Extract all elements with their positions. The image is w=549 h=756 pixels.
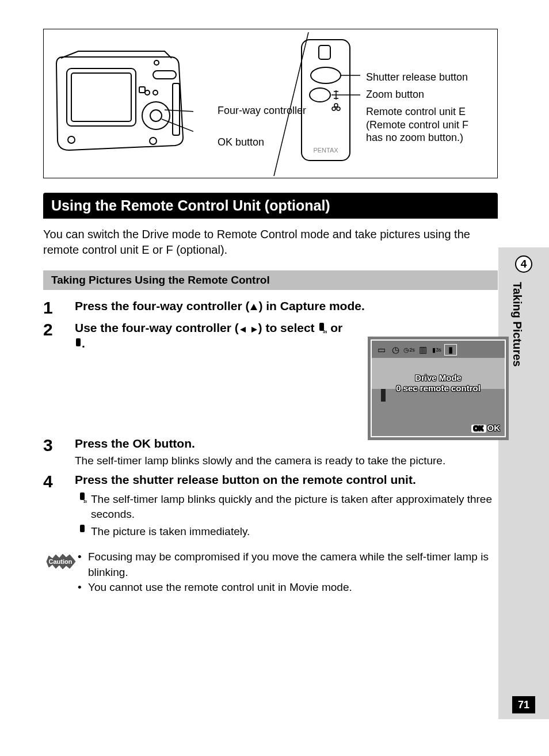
svg-rect-32 [80, 525, 85, 532]
svg-point-2 [142, 102, 170, 129]
svg-rect-4 [153, 71, 176, 79]
caution-item: •You cannot use the remote control unit … [78, 580, 498, 595]
ok-button-label: OK button [218, 136, 264, 149]
svg-point-18 [310, 88, 330, 102]
svg-rect-16 [319, 45, 330, 59]
svg-point-7 [68, 136, 75, 143]
drive-mode-icon-strip: ▭ ◷ ◷2s ▥ ▮3s ▮ [375, 342, 501, 357]
remote-brand-text: PENTAX [313, 147, 338, 154]
right-arrow-icon [250, 326, 258, 334]
continuous-icon: ▥ [417, 344, 429, 356]
step-number: 2 [43, 320, 75, 432]
svg-rect-0 [67, 68, 136, 126]
lcd-preview: ▭ ◷ ◷2s ▥ ▮3s ▮ Drive Mode 0 sec remote … [368, 337, 509, 440]
self-timer-icon: ◷ [389, 344, 402, 356]
remote-0s-icon [79, 524, 87, 536]
remote-3s-icon: ▮3s [430, 344, 443, 356]
step-3: 3 Press the OK button. The self-timer la… [43, 436, 498, 468]
svg-point-5 [145, 90, 150, 95]
ok-badge-icon: OK [471, 425, 486, 433]
svg-point-3 [150, 110, 162, 121]
remote-0s-icon [75, 338, 82, 349]
svg-point-19 [334, 104, 338, 107]
svg-marker-26 [251, 327, 257, 333]
svg-marker-25 [240, 327, 246, 333]
left-arrow-icon [239, 326, 247, 334]
svg-marker-24 [250, 304, 257, 310]
svg-point-8 [150, 138, 157, 144]
step-number: 3 [43, 436, 75, 468]
caution-icon: Caution [44, 552, 77, 571]
step-number: 1 [43, 298, 75, 316]
chapter-title: Taking Pictures [510, 282, 524, 366]
section-heading: Using the Remote Control Unit (optional) [43, 193, 498, 219]
remote-3s-icon: 3s [318, 322, 327, 334]
remote-0s-icon-selected: ▮ [444, 344, 457, 356]
camera-illustration [49, 41, 193, 156]
svg-rect-1 [71, 73, 131, 121]
lcd-ok-indicator: OKOK [471, 423, 501, 433]
chapter-number-badge: 4 [515, 255, 532, 273]
svg-point-20 [332, 107, 336, 110]
sub-heading: Taking Pictures Using the Remote Control [43, 270, 498, 290]
lcd-drive-mode-title: Drive Mode [372, 373, 505, 383]
remote-illustration: PENTAX [291, 35, 360, 167]
svg-point-17 [311, 67, 341, 83]
step-4-subitem-3s: 3s The self-timer lamp blinks quickly an… [75, 492, 498, 521]
svg-rect-29 [76, 338, 81, 346]
svg-point-6 [153, 90, 158, 95]
remote-unit-label: Remote control unit E (Remote control un… [366, 105, 487, 144]
side-tab: 4 Taking Pictures 71 [498, 247, 549, 719]
self-timer-2s-icon: ◷2s [403, 344, 415, 356]
step-1-title: Press the four-way controller () in Capt… [75, 298, 498, 314]
hardware-diagram: Four-way controller OK button PENTAX [43, 29, 498, 178]
svg-point-11 [154, 60, 159, 65]
intro-paragraph: You can switch the Drive mode to Remote … [43, 227, 498, 258]
step-number: 4 [43, 472, 75, 541]
svg-point-21 [337, 107, 340, 110]
up-arrow-icon [249, 303, 258, 312]
single-shot-icon: ▭ [375, 344, 388, 356]
step-4: 4 Press the shutter release button on th… [43, 472, 498, 541]
svg-text:Caution: Caution [49, 558, 73, 565]
shutter-release-label: Shutter release button [366, 71, 468, 84]
step-1: 1 Press the four-way controller () in Ca… [43, 298, 498, 316]
step-4-title: Press the shutter release button on the … [75, 472, 498, 487]
zoom-button-label: Zoom button [366, 88, 424, 101]
caution-item: •Focusing may be compromised if you move… [78, 549, 498, 580]
remote-3s-icon: 3s [79, 492, 87, 503]
svg-rect-9 [173, 83, 180, 135]
page-number: 71 [512, 696, 535, 713]
svg-rect-10 [139, 87, 145, 93]
svg-line-13 [162, 119, 193, 142]
caution-block: Caution •Focusing may be compromised if … [43, 549, 498, 595]
step-3-desc: The self-timer lamp blinks slowly and th… [75, 453, 498, 468]
step-4-subitem-0s: The picture is taken immediately. [75, 524, 498, 540]
lcd-drive-mode-subtitle: 0 sec remote control [372, 383, 505, 393]
page-content: Four-way controller OK button PENTAX [43, 29, 498, 595]
svg-text:3s: 3s [83, 499, 87, 503]
